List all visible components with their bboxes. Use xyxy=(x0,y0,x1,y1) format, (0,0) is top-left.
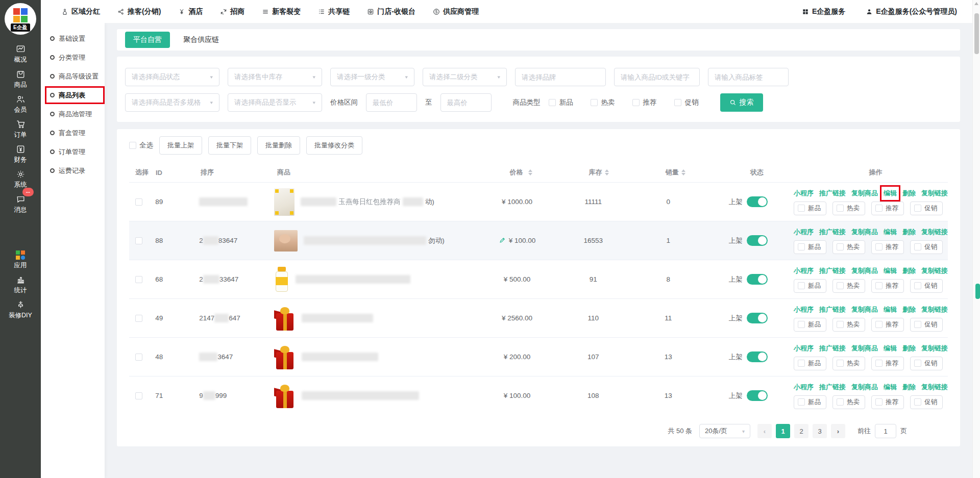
tag-checkbox-new[interactable]: 新品 xyxy=(794,318,826,332)
copy-url-link[interactable]: 复制链接 xyxy=(921,383,948,392)
submenu-item-freight-records[interactable]: 运费记录 xyxy=(41,161,105,180)
submenu-item-blind-box[interactable]: 盲盒管理 xyxy=(41,123,105,142)
batch-edit-category-button[interactable]: 批量修改分类 xyxy=(306,136,362,155)
copy-goods-link[interactable]: 复制商品 xyxy=(851,189,878,198)
sort-arrows-icon[interactable] xyxy=(528,169,532,175)
sidebar-item-stats[interactable]: 统计 xyxy=(0,272,41,297)
sidebar-item-apps[interactable]: 应用 xyxy=(0,247,41,272)
tag-checkbox-hot[interactable]: 热卖 xyxy=(832,202,865,215)
tag-checkbox-recommend[interactable]: 推荐 xyxy=(871,318,904,332)
sort-arrows-icon[interactable] xyxy=(605,169,609,175)
status-toggle[interactable] xyxy=(747,235,768,246)
tag-checkbox-recommend[interactable]: 推荐 xyxy=(871,395,904,409)
nav-item-promoter[interactable]: 推客(分销) xyxy=(117,7,161,16)
page-button-2[interactable]: 2 xyxy=(794,424,808,438)
promo-link[interactable]: 推广链接 xyxy=(819,344,846,353)
nav-item-services[interactable]: E企盈服务 xyxy=(802,7,845,16)
row-checkbox[interactable] xyxy=(135,315,142,322)
page-button-1[interactable]: 1 xyxy=(776,424,790,438)
row-checkbox[interactable] xyxy=(135,354,142,361)
delete-link[interactable]: 删除 xyxy=(902,344,916,353)
sidebar-item-members[interactable]: 会员 xyxy=(0,92,41,117)
status-toggle[interactable] xyxy=(747,313,768,323)
app-logo[interactable]: E企盈 xyxy=(5,3,36,35)
row-checkbox[interactable] xyxy=(135,237,142,244)
tag-checkbox-promo[interactable]: 促销 xyxy=(910,240,943,254)
miniprogram-link[interactable]: 小程序 xyxy=(794,305,814,314)
submenu-item-goods-level[interactable]: 商品等级设置 xyxy=(41,67,105,86)
copy-goods-link[interactable]: 复制商品 xyxy=(851,344,878,353)
type-checkbox-promo[interactable]: 促销 xyxy=(674,98,699,107)
submenu-item-basic-settings[interactable]: 基础设置 xyxy=(41,29,105,48)
tab-platform-self[interactable]: 平台自营 xyxy=(125,32,170,48)
prev-page-button[interactable]: ‹ xyxy=(757,424,772,438)
select-goods-visible[interactable]: 请选择商品是否显示▾ xyxy=(228,93,322,112)
tag-checkbox-recommend[interactable]: 推荐 xyxy=(871,240,904,254)
copy-url-link[interactable]: 复制链接 xyxy=(921,189,948,198)
tag-checkbox-recommend[interactable]: 推荐 xyxy=(871,357,904,370)
page-scrollbar[interactable] xyxy=(972,0,980,478)
copy-url-link[interactable]: 复制链接 xyxy=(921,228,948,237)
max-price-input[interactable] xyxy=(440,93,492,112)
delete-link[interactable]: 删除 xyxy=(902,189,916,198)
copy-goods-link[interactable]: 复制商品 xyxy=(851,228,878,237)
copy-url-link[interactable]: 复制链接 xyxy=(921,305,948,314)
nav-item-investment[interactable]: 招商 xyxy=(220,7,244,16)
row-checkbox[interactable] xyxy=(135,276,142,283)
submenu-item-order-mgmt[interactable]: 订单管理 xyxy=(41,142,105,161)
sidebar-item-diy[interactable]: 装修DIY xyxy=(0,297,41,322)
delete-link[interactable]: 删除 xyxy=(902,305,916,314)
delete-link[interactable]: 删除 xyxy=(902,228,916,237)
tag-checkbox-recommend[interactable]: 推荐 xyxy=(871,202,904,215)
select-category-level2[interactable]: 请选择二级分类▾ xyxy=(423,68,507,86)
next-page-button[interactable]: › xyxy=(831,424,845,438)
miniprogram-link[interactable]: 小程序 xyxy=(794,189,814,198)
copy-goods-link[interactable]: 复制商品 xyxy=(851,383,878,392)
edit-link[interactable]: 编辑 xyxy=(884,383,897,392)
status-toggle[interactable] xyxy=(747,390,768,401)
tag-checkbox-promo[interactable]: 促销 xyxy=(910,318,943,332)
goods-id-keyword-input[interactable] xyxy=(614,68,700,86)
select-multi-spec[interactable]: 请选择商品是否多规格▾ xyxy=(125,93,219,112)
tag-checkbox-new[interactable]: 新品 xyxy=(794,395,826,409)
nav-item-region-bonus[interactable]: 区域分红 xyxy=(61,7,100,16)
sidebar-item-overview[interactable]: 概况 xyxy=(0,42,41,67)
nav-item-fission[interactable]: 新客裂变 xyxy=(262,7,301,16)
submenu-item-goods-pool[interactable]: 商品池管理 xyxy=(41,105,105,123)
type-checkbox-new[interactable]: 新品 xyxy=(549,98,573,107)
promo-link[interactable]: 推广链接 xyxy=(819,189,846,198)
edit-link[interactable]: 编辑 xyxy=(884,344,897,353)
nav-item-share-chain[interactable]: 共享链 xyxy=(318,7,350,16)
select-all[interactable]: 全选 xyxy=(129,141,153,150)
miniprogram-link[interactable]: 小程序 xyxy=(794,228,814,237)
scrollbar-thumb-teal[interactable] xyxy=(975,284,980,299)
status-toggle[interactable] xyxy=(747,351,768,362)
copy-url-link[interactable]: 复制链接 xyxy=(921,266,948,275)
type-checkbox-recommend[interactable]: 推荐 xyxy=(632,98,657,107)
tag-checkbox-new[interactable]: 新品 xyxy=(794,357,826,370)
sidebar-item-messages[interactable]: ... 消息 xyxy=(0,192,41,217)
promo-link[interactable]: 推广链接 xyxy=(819,383,846,392)
tag-checkbox-promo[interactable]: 促销 xyxy=(910,395,943,409)
select-stock-onsale[interactable]: 请选择售中库存▾ xyxy=(228,68,322,86)
sidebar-item-system[interactable]: 系统 xyxy=(0,167,41,192)
status-toggle[interactable] xyxy=(747,274,768,285)
header-price[interactable]: 价格 xyxy=(481,168,560,177)
nav-item-account[interactable]: E企盈服务(公众号管理员) xyxy=(866,7,957,16)
copy-goods-link[interactable]: 复制商品 xyxy=(851,266,878,275)
search-button[interactable]: 搜索 xyxy=(720,93,763,112)
sidebar-item-goods[interactable]: 商品 xyxy=(0,67,41,92)
status-toggle[interactable] xyxy=(747,196,768,207)
miniprogram-link[interactable]: 小程序 xyxy=(794,266,814,275)
tag-checkbox-hot[interactable]: 热卖 xyxy=(832,395,865,409)
submenu-item-category[interactable]: 分类管理 xyxy=(41,48,105,67)
tab-aggregated-supply[interactable]: 聚合供应链 xyxy=(183,35,219,44)
tag-checkbox-hot[interactable]: 热卖 xyxy=(832,240,865,254)
goods-tag-input[interactable] xyxy=(708,68,789,86)
tag-checkbox-new[interactable]: 新品 xyxy=(794,202,826,215)
tag-checkbox-hot[interactable]: 热卖 xyxy=(832,318,865,332)
copy-url-link[interactable]: 复制链接 xyxy=(921,344,948,353)
type-checkbox-hot[interactable]: 热卖 xyxy=(591,98,615,107)
tag-checkbox-promo[interactable]: 促销 xyxy=(910,202,943,215)
goto-page-input[interactable] xyxy=(875,424,896,438)
